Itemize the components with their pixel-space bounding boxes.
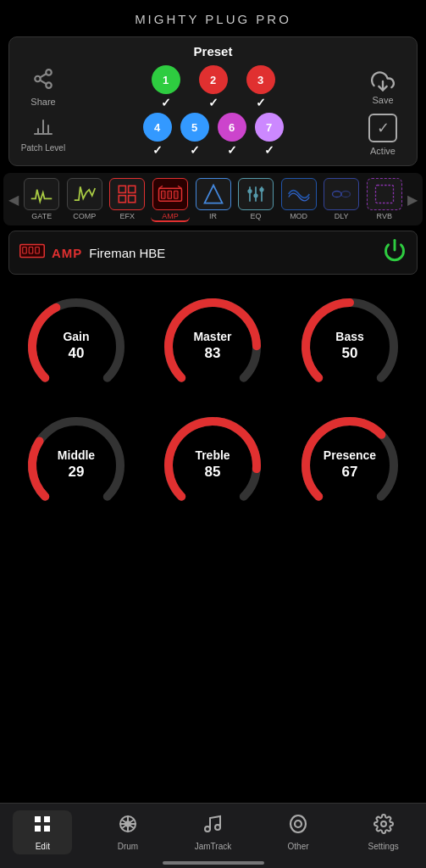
svg-point-59 [215,825,220,830]
svg-line-4 [40,74,46,77]
preset-row-1: Share 1 ✓ 2 ✓ 3 ✓ [18,65,408,109]
preset-check-1: ✓ [161,96,171,109]
save-label: Save [372,95,393,105]
amp-power-button[interactable] [383,238,407,267]
fx-label-gate: GATE [31,212,52,220]
preset-buttons-row1: 1 ✓ 2 ✓ 3 ✓ [69,65,357,109]
fx-next-arrow[interactable]: ▶ [404,192,421,208]
svg-point-25 [253,193,257,198]
fx-item-rvb[interactable]: RVB [364,176,404,222]
svg-text:Presence: Presence [324,448,376,462]
preset-circle-1: 1 [152,65,180,94]
svg-rect-12 [119,196,126,203]
barchart-icon [33,117,53,142]
fx-item-dly[interactable]: DLY [322,176,362,222]
fx-prev-arrow[interactable]: ◀ [5,192,22,208]
fx-label-eq: EQ [251,212,262,220]
preset-active-action: ✓ Active [357,114,408,156]
preset-btn-7[interactable]: 7 ✓ [255,113,284,157]
amp-bar: AMP Fireman HBE [8,231,418,275]
save-button[interactable]: Save [371,70,395,105]
preset-check-5: ✓ [190,143,200,157]
active-button[interactable]: ✓ Active [368,114,397,156]
svg-rect-50 [35,826,41,832]
preset-btn-5[interactable]: 5 ✓ [180,113,209,157]
amp-name[interactable]: Fireman HBE [89,246,383,260]
amp-label: AMP [52,246,82,260]
svg-rect-13 [129,196,136,203]
preset-row-2: Patch Level 4 ✓ 5 ✓ 6 ✓ 7 ✓ [18,113,408,157]
fx-item-ir[interactable]: IR [193,176,233,222]
preset-btn-1[interactable]: 1 ✓ [152,65,180,109]
knob-presence[interactable]: Presence 67 [285,410,414,520]
knob-treble[interactable]: Treble 85 [149,410,278,520]
fx-item-gate[interactable]: GATE [22,176,62,222]
settings-icon [373,814,394,839]
fx-chain: GATE COMP EFX [22,176,404,222]
knob-master[interactable]: Master 83 [149,292,278,402]
svg-text:Middle: Middle [58,448,96,462]
nav-label-edit: Edit [36,842,50,851]
svg-marker-20 [204,186,222,203]
svg-point-28 [341,192,351,198]
preset-circle-5: 5 [180,113,209,142]
svg-rect-15 [161,191,165,198]
svg-rect-30 [375,186,393,203]
fx-icon-efx [109,178,145,210]
svg-rect-49 [44,816,50,822]
fx-label-mod: MOD [290,212,307,220]
fx-item-mod[interactable]: MOD [279,176,318,222]
svg-text:Master: Master [194,330,233,343]
nav-label-settings: Settings [368,842,399,851]
svg-rect-10 [119,186,126,192]
share-label[interactable]: Share [30,97,55,107]
preset-btn-4[interactable]: 4 ✓ [143,113,172,157]
edit-icon [32,814,53,839]
patch-level-label[interactable]: Patch Level [21,143,65,153]
knob-bass[interactable]: Bass 50 [285,292,414,402]
preset-circle-2: 2 [199,65,228,94]
home-indicator [163,861,264,865]
amp-bar-icon [19,242,45,264]
nav-item-edit[interactable]: Edit [13,810,72,854]
nav-label-drum: Drum [118,842,138,851]
preset-check-2: ✓ [208,96,219,109]
fx-item-comp[interactable]: COMP [65,176,105,222]
nav-item-jamtrack[interactable]: JamTrack [183,814,242,851]
fx-chain-wrapper: ◀ GATE COMP [3,173,423,225]
fx-item-efx[interactable]: EFX [108,176,147,222]
svg-text:85: 85 [205,464,221,480]
knobs-grid: Gain 40 Master 83 Bass 50 Middle 29 Treb… [0,283,426,537]
nav-item-settings[interactable]: Settings [354,814,413,851]
save-icon [371,70,395,93]
knob-middle[interactable]: Middle 29 [12,410,141,520]
fx-item-amp[interactable]: AMP [151,176,191,222]
svg-text:Gain: Gain [63,330,89,343]
svg-rect-11 [129,186,136,192]
fx-icon-rvb [367,178,402,210]
knob-gain[interactable]: Gain 40 [12,292,141,402]
svg-point-58 [205,826,210,832]
svg-line-3 [40,81,46,84]
preset-circle-3: 3 [246,65,275,94]
fx-label-rvb: RVB [377,212,392,220]
preset-circle-6: 6 [218,113,246,142]
svg-rect-48 [35,816,41,822]
fx-item-eq[interactable]: EQ [236,176,276,222]
preset-btn-2[interactable]: 2 ✓ [199,65,228,109]
patch-level-label-group: Patch Level [18,117,69,153]
fx-label-amp: AMP [162,212,179,220]
preset-title: Preset [18,44,408,58]
preset-check-4: ✓ [152,143,163,157]
svg-rect-17 [174,191,178,198]
preset-circle-7: 7 [255,113,284,142]
preset-btn-3[interactable]: 3 ✓ [246,65,275,109]
fx-label-efx: EFX [120,212,136,220]
preset-section: Preset Share 1 ✓ 2 ✓ [8,36,418,166]
app-title: MIGHTY PLUG PRO [0,0,426,33]
svg-text:Bass: Bass [335,330,364,343]
nav-item-other[interactable]: Other [268,814,328,851]
preset-btn-6[interactable]: 6 ✓ [218,113,246,157]
fx-label-dly: DLY [335,212,349,220]
nav-item-drum[interactable]: Drum [98,814,158,851]
